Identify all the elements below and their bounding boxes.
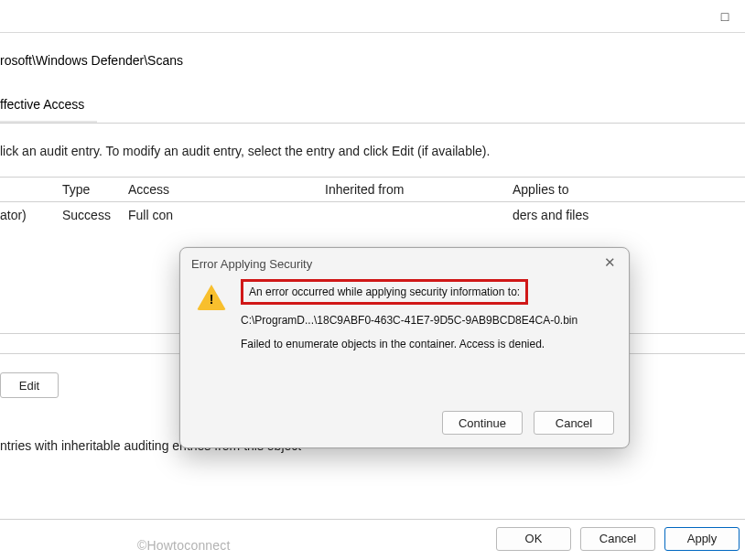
error-line-3: Failed to enumerate objects in the conta…: [241, 338, 612, 350]
error-line-1: An error occurred while applying securit…: [249, 285, 520, 298]
error-dialog: Error Applying Security ✕ An error occur…: [179, 247, 630, 448]
maximize-glyph: □: [721, 9, 729, 24]
cell-principal: ator): [0, 208, 62, 222]
watermark-text: ©Howtoconnect: [137, 538, 231, 553]
col-header-type: Type: [62, 182, 128, 197]
maximize-icon[interactable]: □: [705, 3, 745, 30]
close-icon[interactable]: ✕: [601, 255, 618, 272]
error-dialog-titlebar: Error Applying Security ✕: [180, 248, 629, 279]
ok-button[interactable]: OK: [496, 527, 571, 551]
warning-icon: [197, 285, 226, 310]
continue-button[interactable]: Continue: [442, 411, 523, 435]
object-path: rosoft\Windows Defender\Scans: [0, 33, 745, 88]
instruction-text: lick an audit entry. To modify an audit …: [0, 124, 745, 177]
dialog-button-bar: OK Cancel Apply: [0, 519, 745, 557]
cell-type: Success: [62, 208, 128, 222]
apply-button[interactable]: Apply: [664, 527, 740, 551]
error-line-2: C:\ProgramD...\18C9ABF0-463C-41E7-9D5C-9…: [241, 314, 612, 327]
dialog-cancel-button[interactable]: Cancel: [534, 411, 614, 435]
error-dialog-body: An error occurred while applying securit…: [180, 279, 629, 361]
cell-access: Full con: [128, 208, 325, 222]
cell-applies: ders and files: [513, 208, 745, 222]
error-dialog-text: An error occurred while applying securit…: [241, 279, 612, 361]
error-dialog-title: Error Applying Security: [191, 257, 312, 271]
tab-effective-access[interactable]: ffective Access: [0, 88, 97, 123]
error-dialog-buttons: Continue Cancel: [442, 411, 614, 435]
audit-table-row[interactable]: ator) Success Full con ders and files: [0, 202, 745, 228]
audit-table-header: Type Access Inherited from Applies to: [0, 177, 745, 202]
col-header-applies: Applies to: [513, 182, 745, 197]
cancel-button[interactable]: Cancel: [580, 527, 655, 551]
col-header-access: Access: [128, 182, 325, 197]
col-header-inherited: Inherited from: [325, 182, 513, 197]
edit-button[interactable]: Edit: [0, 372, 59, 398]
tab-bar: ffective Access: [0, 88, 745, 124]
parent-titlebar: □: [0, 0, 745, 33]
error-line-1-highlight: An error occurred while applying securit…: [241, 279, 528, 305]
